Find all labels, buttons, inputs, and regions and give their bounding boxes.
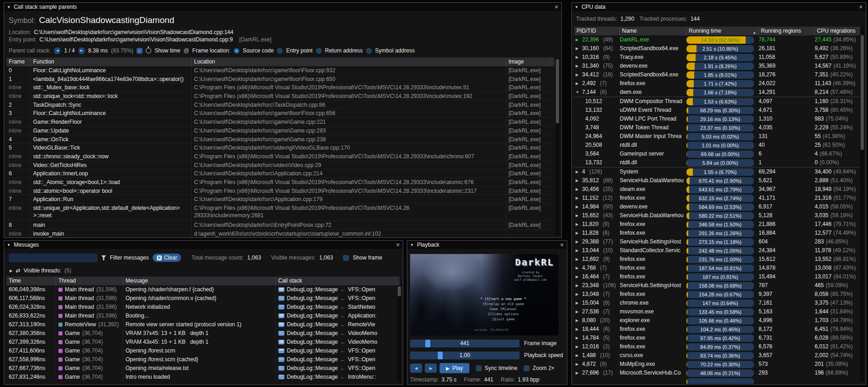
cpu-process-row[interactable]: ▶11,820(9)firefox.exe346.58 ms (1.50%)21… [574,220,861,229]
expand-icon[interactable]: ▶ [576,194,580,202]
prev-frame-button[interactable]: ◀ [410,364,422,373]
cpu-process-row[interactable]: 13,132uDWM Event Thread68.29 ms (0.30%)4… [574,106,861,115]
cpu-process-row[interactable]: ▶30,160(84)ScriptedSandbox64.exe2.51 s (… [574,44,861,53]
cpu-process-row[interactable]: ▶12,016(2)firefox.exe84.89 ms (0.37%)6,5… [574,342,861,351]
cpu-process-row[interactable]: ▶35,812(88)ServiceHub.DataWarehou670.41 … [574,176,861,185]
next-frame-button[interactable]: ▶ [425,364,437,373]
expand-icon[interactable]: ▶ [576,176,580,185]
callstack-row[interactable]: inlinestd::unique_ptr<Application,std::d… [6,204,554,221]
close-icon[interactable]: ✕ [396,242,400,248]
messages-scrollbar[interactable] [397,285,401,382]
cpu-process-row[interactable] [574,377,861,384]
callstack-row[interactable]: inlinestd::_Mutex_base::lockC:\Program F… [6,83,554,92]
expand-icon[interactable]: ▶ [576,369,580,377]
message-row[interactable]: 627,399,326nsGame(36,704)VRAM 43x45: 15 … [6,338,400,347]
message-callstack[interactable]: DebugLog::Message←StartNetwo [276,303,396,312]
cpu-process-row[interactable]: ▶10,316(9)Tracy.exe2.18 s (9.45%)11,0585… [574,53,861,62]
message-row[interactable]: 606,117,568nsMain thread(31,596)Opening … [6,294,400,303]
sync-timeline-checkbox[interactable] [476,365,482,371]
collapse-icon[interactable]: ▼ [7,243,11,247]
expand-icon[interactable]: ▶ [576,202,580,211]
cpu-process-row[interactable]: 3,748DWM Token Thread23.37 ms (0.10%)4,0… [574,123,861,132]
cpu-process-row[interactable]: ▶18,444(6)firefox.exe104.2 ms (0.45%)8,1… [574,325,861,334]
cpu-process-row[interactable]: 24,964DWM Master Input Threa5.03 ms (0.0… [574,132,861,141]
message-callstack[interactable]: DebugLog::Message←VFS::Open [276,355,396,364]
callstack-row[interactable]: 5VideoGLBase::TickC:\Users\wolf\Desktop\… [6,144,554,152]
message-callstack[interactable]: DebugLog::Message←VFS::Open [276,285,396,294]
expand-icon[interactable]: ▶ [576,334,580,342]
expand-icon[interactable]: ▶ [576,351,580,360]
expand-icon[interactable]: ▶ [576,79,580,88]
zoom-2x-checkbox[interactable] [524,365,530,371]
show-frame-checkbox[interactable] [343,255,349,261]
callstack-row[interactable]: inlineGame::RenderFloorC:\Users\wolf\Des… [6,118,554,127]
col-message[interactable]: Message [123,277,276,285]
cpu-process-row[interactable]: ▶13,044(10)StandardCollector.Servic242.4… [574,246,861,255]
expand-icon[interactable]: ▶ [576,62,580,70]
callstack-row[interactable]: inlinestd::atomic<bool>::operator boolC:… [6,187,554,196]
message-row[interactable]: 606,049,398nsMain thread(31,596)Opening … [6,285,400,294]
cpu-process-row[interactable]: ▶4,872(9)MsMpEng.exe70.22 ms (0.30%)5732… [574,360,861,369]
callstack-row[interactable]: 7Application::RunC:\Users\wolf\Desktop\d… [6,195,554,204]
col-function[interactable]: Function [31,58,192,66]
message-callstack[interactable]: DebugLog::Message←RemoteVie [276,320,396,329]
cpu-process-row[interactable]: ▶11,152(12)firefox.exe632.15 ms (2.74%)4… [574,194,861,202]
filter-input[interactable] [9,254,97,262]
message-callstack[interactable]: DebugLog::Message←VideoMemo [276,338,396,347]
cpu-process-row[interactable]: 3,564GameInput server69.68 us (0.00%)64(… [574,150,861,158]
radio-symbol-address[interactable] [366,48,372,54]
cpu-process-row[interactable]: ▶4,768(7)firefox.exe187.54 ms (0.81%)14,… [574,264,861,272]
expand-icon[interactable]: ▶ [576,185,580,194]
col-name[interactable]: Name [620,27,686,35]
expand-icon[interactable]: ▶ [576,342,580,351]
close-icon[interactable]: ✕ [859,4,863,10]
callstack-row[interactable]: 4Game::OnTickC:\Users\wolf\Desktop\darkr… [6,135,554,144]
radio-source-code[interactable] [234,48,240,54]
callstack-row[interactable]: 6Application::InnerLoopC:\Users\wolf\Des… [6,169,554,178]
message-row[interactable]: 627,831,246nsGame(36,704)Intro menu load… [6,373,400,381]
expand-icon[interactable]: ▶ [576,272,580,281]
cpu-scrollbar[interactable] [860,27,864,382]
expand-icon[interactable]: ▶ [576,281,580,290]
cpu-process-row[interactable]: ▶2,492(7)firefox.exe1.71 s (7.42%)24,022… [574,79,861,88]
cpu-process-row[interactable]: ▶30,456(25)steam.exe643.61 ms (2.79%)34,… [574,185,861,194]
callstack-row[interactable]: inlinestd::chrono::steady_clock::nowC:\P… [6,152,554,161]
expand-icon[interactable]: ▶ [576,220,580,229]
next-parent-button[interactable]: ▶ [78,47,85,54]
cpu-process-row[interactable]: ▶14,984(50)devenv.exe584.69 ms (2.53%)6,… [574,202,861,211]
expand-icon[interactable]: ▶ [576,325,580,334]
expand-icon[interactable]: ▶ [576,360,580,369]
message-callstack[interactable]: DebugLog::Message←VFS::Open [276,364,396,373]
message-row[interactable]: 627,380,356nsGame(36,704)VRAM 37x45: 13 … [6,329,400,338]
callstack-row[interactable]: inlinestd::_Atomic_storage<bool,1>::load… [6,178,554,187]
callstack-row[interactable]: 0Floor::CalcLightNoLuminanceC:\Users\wol… [6,66,554,75]
expand-icon[interactable]: ▶ [576,246,580,255]
expand-icon[interactable]: ▶ [576,264,580,272]
visible-threads-row[interactable]: ▶ ⇄ Visible threads: (5) [10,267,71,274]
callstack-row[interactable]: 3Floor::CalcLightNoLuminanceC:\Users\wol… [6,109,554,118]
expand-icon[interactable]: ▶ [576,211,580,220]
col-frame[interactable]: Frame [6,58,31,66]
message-row[interactable]: 627,558,996nsGame(36,704)Opening /forest… [6,355,400,364]
callstack-row[interactable]: 8mainC:\Users\wolf\Desktop\darkrl\src\En… [6,221,554,230]
message-callstack[interactable]: DebugLog::Message←VideoMemo [276,329,396,338]
close-icon[interactable]: ✕ [560,242,564,248]
cpu-process-row[interactable]: ▶29,388(77)ServiceHub.SettingsHost273.15… [574,237,861,246]
cpu-process-row[interactable]: 4,092DWM LPC Port Thread29.16 ms (0.13%)… [574,115,861,123]
callstack-row[interactable]: inlinestd::unique_lock<std::mutex>::lock… [6,92,554,101]
cpu-process-row[interactable]: ▶12,692(9)firefox.exe231.76 ms (1.00%)15… [574,255,861,264]
collapse-icon[interactable]: ▼ [576,88,580,97]
expand-icon[interactable]: ▶ [576,53,580,62]
cpu-process-row[interactable]: ▶14,784(5)firefox.exe97.95 ms (0.42%)6,7… [574,334,861,342]
cpu-process-row[interactable]: ▶27,536(7)msvsmon.exe133.45 ms (0.58%)5,… [574,307,861,316]
cpu-process-row[interactable]: ▶27,696(17)Microsoft.ServiceHub.Co48.06 … [574,369,861,377]
expand-icon[interactable]: ▶ [576,316,580,325]
cpu-process-row[interactable]: ▶8,080(20)explorer.exe105.66 ms (0.46%)4… [574,316,861,325]
collapse-icon[interactable]: ▼ [410,243,414,247]
show-time-checkbox[interactable]: ✓ [137,48,143,54]
expand-icon[interactable]: ▶ [576,307,580,316]
callstack-row[interactable]: inlineVideo::GetTicksHiResC:\Users\wolf\… [6,161,554,170]
prev-parent-button[interactable]: ◀ [54,47,61,54]
message-row[interactable]: 627,411,606nsGame(36,704)Opening /forest… [6,347,400,355]
expand-icon[interactable]: ▶ [576,237,580,246]
